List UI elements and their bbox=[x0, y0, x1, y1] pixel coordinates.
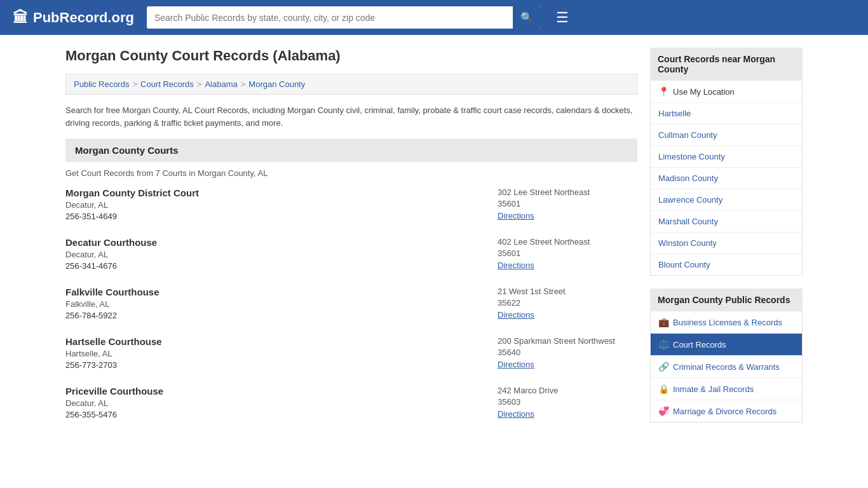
logo-text: PubRecord.org bbox=[33, 10, 134, 26]
breadcrumb-sep-2: > bbox=[197, 79, 202, 89]
court-city: Falkville, AL bbox=[65, 299, 159, 309]
court-name: Priceville Courthouse bbox=[65, 386, 163, 396]
sidebar-item-label: Limestone County bbox=[658, 152, 725, 161]
sidebar-item-label: Criminal Records & Warrants bbox=[673, 362, 780, 372]
nearby-item[interactable]: Marshall County bbox=[651, 211, 802, 233]
court-phone: 256-351-4649 bbox=[65, 212, 199, 221]
directions-link[interactable]: Directions bbox=[498, 211, 534, 220]
court-city: Decatur, AL bbox=[65, 200, 199, 210]
court-left: Hartselle Courthouse Hartselle, AL 256-7… bbox=[65, 336, 162, 370]
page-description: Search for free Morgan County, AL Court … bbox=[65, 104, 637, 129]
public-records-item[interactable]: 💼 Business Licenses & Records bbox=[651, 311, 802, 334]
court-name: Decatur Courthouse bbox=[65, 237, 157, 248]
sidebar-item-icon: 🔗 bbox=[658, 362, 669, 372]
sidebar-item-label: Blount County bbox=[658, 260, 710, 269]
nearby-section: Court Records near Morgan County 📍 Use M… bbox=[650, 48, 803, 276]
court-item: Hartselle Courthouse Hartselle, AL 256-7… bbox=[65, 336, 637, 373]
court-item: Decatur Courthouse Decatur, AL 256-341-4… bbox=[65, 237, 637, 274]
search-button[interactable]: 🔍 bbox=[513, 6, 541, 29]
sidebar-item-icon: 💼 bbox=[658, 317, 669, 327]
court-phone: 256-784-5922 bbox=[65, 311, 159, 320]
hamburger-icon: ☰ bbox=[556, 10, 569, 25]
court-zip: 35601 bbox=[498, 248, 637, 258]
courts-subtext: Get Court Records from 7 Courts in Morga… bbox=[65, 168, 637, 178]
court-left: Priceville Courthouse Decatur, AL 256-35… bbox=[65, 386, 163, 419]
court-phone: 256-341-4676 bbox=[65, 261, 157, 271]
court-name: Falkville Courthouse bbox=[65, 287, 159, 297]
court-name: Morgan County District Court bbox=[65, 187, 199, 198]
nearby-list: 📍 Use My Location Hartselle Cullman Coun… bbox=[650, 81, 803, 276]
court-right: 200 Sparkman Street Northwest 35640 Dire… bbox=[498, 336, 637, 370]
sidebar-item-label: Marshall County bbox=[658, 217, 718, 226]
sidebar-item-label: Marriage & Divorce Records bbox=[673, 407, 776, 416]
breadcrumb-public-records[interactable]: Public Records bbox=[74, 79, 129, 89]
nearby-item[interactable]: Madison County bbox=[651, 168, 802, 189]
court-city: Decatur, AL bbox=[65, 398, 163, 408]
sidebar-item-label: Winston County bbox=[658, 238, 717, 248]
site-header: 🏛 PubRecord.org 🔍 ☰ bbox=[0, 0, 868, 35]
sidebar-item-icon: 🔒 bbox=[658, 384, 669, 394]
sidebar: Court Records near Morgan County 📍 Use M… bbox=[650, 48, 803, 435]
logo-icon: 🏛 bbox=[13, 9, 28, 27]
court-right: 302 Lee Street Northeast 35601 Direction… bbox=[498, 187, 637, 221]
court-item: Morgan County District Court Decatur, AL… bbox=[65, 187, 637, 224]
public-records-section-header: Morgan County Public Records bbox=[650, 288, 803, 311]
court-left: Falkville Courthouse Falkville, AL 256-7… bbox=[65, 287, 159, 320]
sidebar-item-icon: 💞 bbox=[658, 406, 669, 416]
public-records-item[interactable]: ⚖️ Court Records bbox=[651, 334, 802, 356]
court-zip: 35601 bbox=[498, 199, 637, 208]
sidebar-item-label: Hartselle bbox=[658, 109, 691, 118]
breadcrumb-morgan-county[interactable]: Morgan County bbox=[248, 79, 305, 89]
breadcrumb: Public Records > Court Records > Alabama… bbox=[65, 74, 637, 95]
sidebar-item-label: Madison County bbox=[658, 173, 718, 183]
breadcrumb-alabama[interactable]: Alabama bbox=[205, 79, 237, 89]
nearby-item[interactable]: Lawrence County bbox=[651, 189, 802, 211]
court-address: 21 West 1st Street bbox=[498, 287, 637, 296]
directions-link[interactable]: Directions bbox=[498, 261, 534, 270]
directions-link[interactable]: Directions bbox=[498, 310, 534, 320]
search-icon: 🔍 bbox=[520, 12, 533, 23]
sidebar-item-label: Cullman County bbox=[658, 130, 717, 140]
court-zip: 35603 bbox=[498, 397, 637, 407]
public-records-item[interactable]: 💞 Marriage & Divorce Records bbox=[651, 400, 802, 422]
court-right: 242 Marco Drive 35603 Directions bbox=[498, 386, 637, 419]
public-records-item[interactable]: 🔒 Inmate & Jail Records bbox=[651, 378, 802, 400]
sidebar-item-label: Business Licenses & Records bbox=[673, 318, 782, 327]
court-address: 302 Lee Street Northeast bbox=[498, 187, 637, 197]
court-right: 402 Lee Street Northeast 35601 Direction… bbox=[498, 237, 637, 271]
nearby-item[interactable]: Hartselle bbox=[651, 103, 802, 125]
court-city: Decatur, AL bbox=[65, 250, 157, 259]
search-input[interactable] bbox=[147, 8, 513, 28]
content-area: Morgan County Court Records (Alabama) Pu… bbox=[65, 48, 637, 435]
main-container: Morgan County Court Records (Alabama) Pu… bbox=[53, 35, 815, 448]
court-city: Hartselle, AL bbox=[65, 349, 162, 358]
menu-button[interactable]: ☰ bbox=[553, 7, 571, 29]
public-records-item[interactable]: 🔗 Criminal Records & Warrants bbox=[651, 356, 802, 378]
directions-link[interactable]: Directions bbox=[498, 409, 534, 419]
sidebar-item-label: Court Records bbox=[673, 340, 726, 349]
court-left: Decatur Courthouse Decatur, AL 256-341-4… bbox=[65, 237, 157, 271]
nearby-item[interactable]: 📍 Use My Location bbox=[651, 81, 802, 103]
nearby-item[interactable]: Limestone County bbox=[651, 146, 802, 168]
court-phone: 256-773-2703 bbox=[65, 360, 162, 370]
breadcrumb-court-records[interactable]: Court Records bbox=[140, 79, 194, 89]
search-bar: 🔍 bbox=[147, 6, 541, 29]
court-phone: 256-355-5476 bbox=[65, 410, 163, 419]
site-logo[interactable]: 🏛 PubRecord.org bbox=[13, 9, 134, 27]
breadcrumb-sep-3: > bbox=[241, 79, 246, 89]
breadcrumb-sep-1: > bbox=[132, 79, 137, 89]
nearby-item[interactable]: Blount County bbox=[651, 254, 802, 275]
sidebar-item-label: Inmate & Jail Records bbox=[673, 384, 754, 394]
nearby-item[interactable]: Cullman County bbox=[651, 125, 802, 146]
court-address: 200 Sparkman Street Northwest bbox=[498, 336, 637, 346]
page-title: Morgan County Court Records (Alabama) bbox=[65, 48, 637, 64]
courts-list: Morgan County District Court Decatur, AL… bbox=[65, 187, 637, 423]
nearby-item[interactable]: Winston County bbox=[651, 233, 802, 254]
sidebar-item-icon: ⚖️ bbox=[658, 339, 669, 349]
nearby-section-header: Court Records near Morgan County bbox=[650, 48, 803, 81]
court-name: Hartselle Courthouse bbox=[65, 336, 162, 347]
directions-link[interactable]: Directions bbox=[498, 360, 534, 369]
courts-section-header: Morgan County Courts bbox=[65, 139, 637, 162]
sidebar-item-label: Use My Location bbox=[673, 87, 735, 97]
court-right: 21 West 1st Street 35622 Directions bbox=[498, 287, 637, 320]
